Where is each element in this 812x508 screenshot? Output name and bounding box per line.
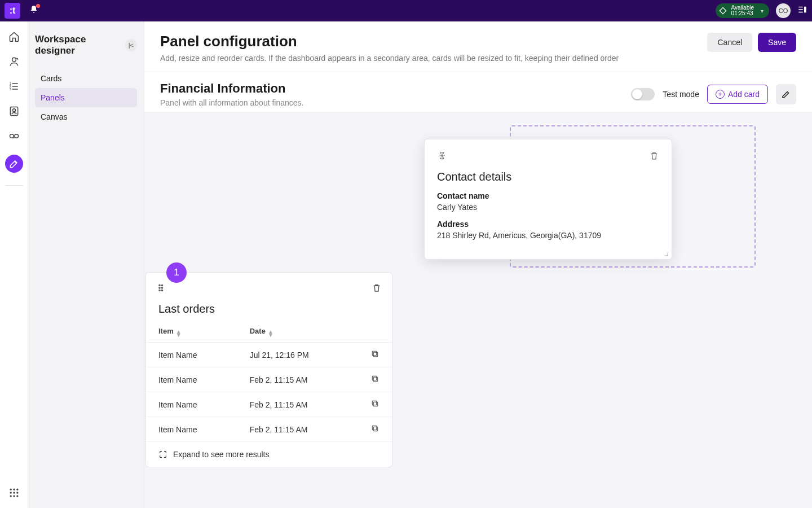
- svg-point-15: [16, 489, 18, 491]
- svg-rect-9: [10, 107, 17, 116]
- table-row: Item Name Feb 2, 11:15 AM: [146, 392, 392, 417]
- status-timer: 01:25:43: [731, 11, 754, 16]
- svg-rect-35: [372, 426, 376, 430]
- svg-point-13: [10, 489, 11, 491]
- home-icon[interactable]: [8, 30, 20, 43]
- edit-panel-button[interactable]: [776, 84, 796, 104]
- contact-address-label: Address: [437, 220, 659, 229]
- svg-point-21: [16, 495, 18, 497]
- expand-results[interactable]: Expand to see more results: [146, 442, 392, 467]
- cell-item: Item Name: [146, 417, 237, 442]
- contact-details-card[interactable]: Contact details Contact name Carly Yates…: [424, 139, 672, 260]
- cell-item: Item Name: [146, 367, 237, 392]
- svg-rect-29: [372, 351, 376, 355]
- test-mode-label: Test mode: [663, 90, 699, 99]
- svg-point-27: [161, 290, 162, 291]
- contacts-icon[interactable]: [8, 105, 20, 117]
- svg-point-16: [10, 492, 11, 493]
- save-button[interactable]: Save: [758, 33, 796, 52]
- test-mode-toggle[interactable]: [631, 88, 655, 100]
- sidebar-item-canvas[interactable]: Canvas: [35, 107, 137, 126]
- content-header: Panel configuration Add, resize and reor…: [144, 21, 812, 72]
- svg-point-26: [161, 287, 162, 288]
- list-icon[interactable]: 123: [8, 80, 20, 93]
- col-date[interactable]: Date▲▼: [237, 321, 358, 343]
- copy-row-icon[interactable]: [358, 417, 392, 442]
- svg-point-12: [14, 134, 18, 138]
- svg-point-25: [161, 284, 162, 286]
- svg-point-20: [13, 495, 15, 497]
- svg-point-11: [10, 134, 14, 138]
- svg-point-23: [159, 287, 160, 288]
- cell-item: Item Name: [146, 392, 237, 417]
- nav-rail: 123: [0, 21, 28, 508]
- designer-icon[interactable]: [5, 155, 23, 173]
- svg-rect-4: [804, 7, 806, 13]
- expand-icon: [158, 450, 167, 459]
- col-item[interactable]: Item▲▼: [146, 321, 237, 343]
- cell-date: Feb 2, 11:15 AM: [237, 392, 358, 417]
- svg-point-14: [13, 489, 15, 491]
- copy-row-icon[interactable]: [358, 367, 392, 392]
- layout-canvas: Contact details Contact name Carly Yates…: [144, 112, 812, 508]
- sidebar: Workspace designer |< Cards Panels Canva…: [28, 21, 144, 508]
- user-avatar[interactable]: CO: [776, 3, 791, 18]
- sort-icon: ▲▼: [268, 330, 273, 336]
- svg-rect-34: [373, 427, 377, 431]
- collapse-sidebar-icon[interactable]: |<: [125, 39, 137, 51]
- table-row: Item Name Feb 2, 11:15 AM: [146, 417, 392, 442]
- apps-grid-icon[interactable]: [8, 487, 20, 499]
- chevron-down-icon: ▾: [761, 8, 764, 14]
- cell-item: Item Name: [146, 343, 237, 367]
- panel-toggle-icon[interactable]: [797, 5, 807, 17]
- rail-divider: [5, 185, 23, 186]
- svg-point-22: [159, 284, 160, 286]
- svg-point-18: [16, 492, 18, 493]
- svg-rect-33: [372, 401, 376, 405]
- expand-label: Expand to see more results: [173, 450, 269, 459]
- page-title: Panel configuration: [160, 33, 619, 50]
- cell-date: Feb 2, 11:15 AM: [237, 417, 358, 442]
- content: Panel configuration Add, resize and reor…: [144, 21, 812, 508]
- svg-rect-31: [372, 376, 376, 380]
- svg-rect-0: [720, 7, 726, 14]
- table-row: Item Name Jul 21, 12:16 PM: [146, 343, 392, 367]
- app-logo[interactable]: :t: [5, 3, 20, 19]
- svg-rect-28: [373, 352, 377, 356]
- svg-rect-2: [798, 9, 803, 10]
- sort-icon: ▲▼: [176, 330, 182, 336]
- panel-description: Panel with all information about finance…: [160, 98, 303, 107]
- card-order-badge: 1: [166, 262, 187, 283]
- resize-handle-icon[interactable]: [661, 249, 668, 256]
- svg-point-17: [13, 492, 15, 493]
- add-card-button[interactable]: + Add card: [707, 85, 768, 104]
- sidebar-title: Workspace designer: [35, 34, 125, 56]
- orders-card-title: Last orders: [146, 295, 392, 321]
- drag-handle-icon[interactable]: [156, 283, 166, 295]
- drag-handle-icon[interactable]: [437, 151, 447, 163]
- contact-card-title: Contact details: [437, 170, 659, 183]
- agent-icon[interactable]: [8, 55, 20, 68]
- last-orders-card[interactable]: 1 Last orders Item▲▼ Date▲▼ Item Name Ju: [145, 272, 392, 467]
- status-diamond-icon: [718, 6, 728, 16]
- copy-row-icon[interactable]: [358, 392, 392, 417]
- cancel-button[interactable]: Cancel: [707, 33, 752, 52]
- panel-header: Financial Information Panel with all inf…: [144, 72, 812, 112]
- cell-date: Feb 2, 11:15 AM: [237, 367, 358, 392]
- voicemail-icon[interactable]: [8, 130, 20, 142]
- sidebar-item-panels[interactable]: Panels: [35, 88, 137, 107]
- delete-card-icon[interactable]: [372, 283, 382, 295]
- notifications-icon[interactable]: [29, 5, 38, 16]
- add-card-label: Add card: [728, 90, 760, 99]
- svg-point-19: [10, 495, 11, 497]
- sidebar-item-cards[interactable]: Cards: [35, 69, 137, 88]
- panel-title: Financial Information: [160, 81, 303, 96]
- contact-address-value: 218 Shirley Rd, Americus, Georgia(GA), 3…: [437, 231, 659, 240]
- table-row: Item Name Feb 2, 11:15 AM: [146, 367, 392, 392]
- availability-status[interactable]: Available 01:25:43 ▾: [716, 3, 769, 18]
- delete-card-icon[interactable]: [649, 151, 659, 163]
- copy-row-icon[interactable]: [358, 343, 392, 367]
- svg-point-24: [159, 290, 160, 291]
- page-subtitle: Add, resize and reorder cards. If the da…: [160, 54, 619, 63]
- svg-rect-3: [798, 12, 803, 13]
